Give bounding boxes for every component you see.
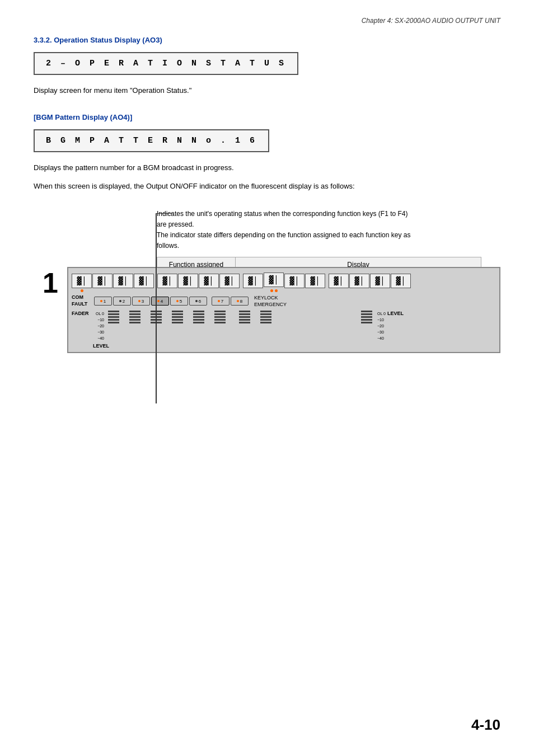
chapter-header: Chapter 4: SX-2000AO AUDIO OUTPUT UNIT [34, 17, 500, 25]
vu-cell-14: ▓│ [349, 274, 369, 292]
btn-dot-5 [176, 300, 179, 302]
channel-label-8: 8 [240, 299, 242, 304]
vu-icon-7: ▓│ [199, 274, 219, 288]
fader-col-right [357, 311, 376, 323]
vu-cell-16: ▓│ [391, 274, 411, 292]
fader-unit-right: OL 0 −10 −20 −30 −40 LEVEL [357, 311, 404, 342]
annotation-line2: are pressed. [157, 220, 194, 228]
btn-dot-8 [237, 300, 239, 302]
vu-icon-16: ▓│ [391, 274, 411, 288]
vu-cell-9: ▓│ [243, 274, 263, 292]
annotation-line1: Indicates the unit's operating status wh… [157, 210, 408, 218]
channel-btn-7[interactable]: 7 [212, 297, 229, 306]
annotation-line3: The indicator state differs depending on… [157, 231, 410, 239]
btn-dot-6 [195, 300, 198, 302]
page-number: 4-10 [471, 716, 500, 734]
channel-label-4: 4 [161, 299, 163, 304]
bgm-pattern-display: B G M P A T T E R N N o . 1 6 [34, 129, 269, 152]
vu-icon-9: ▓│ [243, 274, 263, 288]
annotation-line4: follows. [157, 242, 179, 250]
vu-icon-8: ▓│ [219, 274, 240, 288]
keylock-emergency-label: KEYLOCK EMERGENCY [254, 294, 287, 308]
vu-icon-12: ▓│ [305, 274, 325, 288]
vu-cell-11: ▓│ [284, 274, 305, 292]
vu-icon-3: ▓│ [113, 274, 133, 288]
fader-col-4 [168, 311, 187, 323]
bgm-section-title: [BGM Pattern Display (AO4)] [34, 113, 500, 121]
vu-cell-15: ▓│ [370, 274, 390, 292]
vu-icon-14: ▓│ [349, 274, 369, 288]
vu-icon-1: ▓│ [72, 274, 92, 288]
vu-cell-5: ▓│ [157, 274, 177, 292]
fader-col-7 [235, 311, 254, 323]
channel-btn-6[interactable]: 6 [189, 297, 207, 306]
vu-icon-5: ▓│ [157, 274, 177, 288]
vu-cell-12: ▓│ [305, 274, 325, 292]
channel-label-7: 7 [221, 299, 223, 304]
vu-cell-10: ▓│ [264, 273, 284, 292]
vu-cell-1: ▓│ [72, 274, 92, 292]
vu-dot-10b [275, 289, 278, 292]
fader-col-6 [210, 311, 229, 323]
emergency-label: EMERGENCY [254, 301, 287, 308]
fader-col-8 [256, 311, 275, 323]
vu-cell-8: ▓│ [219, 274, 240, 292]
vu-cell-6: ▓│ [178, 274, 198, 292]
level-label-right: LEVEL [387, 311, 404, 316]
vu-dot-1 [81, 289, 83, 292]
vu-icon-10: ▓│ [264, 273, 284, 287]
channel-label-6: 6 [199, 299, 201, 304]
vu-meter-row: ▓│ ▓│ ▓│ ▓│ ▓│ ▓│ [72, 273, 496, 292]
channel-btn-5[interactable]: 5 [170, 297, 188, 306]
keylock-label: KEYLOCK [254, 294, 287, 302]
vu-icon-2: ▓│ [92, 274, 113, 288]
vu-cell-3: ▓│ [113, 274, 133, 292]
bgm-desc2: When this screen is displayed, the Outpu… [34, 181, 500, 192]
vu-dot-10a [270, 289, 273, 292]
scale-right: OL 0 −10 −20 −30 −40 [377, 311, 387, 342]
vu-icon-6: ▓│ [178, 274, 198, 288]
bgm-desc1: Displays the pattern number for a BGM br… [34, 162, 500, 173]
operation-status-display: 2 – O P E R A T I O N S T A T U S [34, 52, 298, 75]
vu-cell-2: ▓│ [92, 274, 113, 292]
channel-btn-8[interactable]: 8 [231, 297, 249, 306]
btn-dot-4 [157, 300, 160, 302]
vu-cell-4: ▓│ [134, 274, 154, 292]
vu-icon-15: ▓│ [370, 274, 390, 288]
section-332-description: Display screen for menu item "Operation … [34, 85, 500, 96]
vu-icon-11: ▓│ [284, 274, 305, 288]
btn-dot-7 [218, 300, 220, 302]
vu-cell-13: ▓│ [329, 274, 349, 292]
section-332-title: 3.3.2. Operation Status Display (AO3) [34, 36, 500, 44]
channel-label-5: 5 [180, 299, 182, 304]
fader-col-5 [189, 311, 208, 323]
vu-icon-4: ▓│ [134, 274, 154, 288]
vu-icon-13: ▓│ [329, 274, 349, 288]
vu-cell-7: ▓│ [199, 274, 219, 292]
